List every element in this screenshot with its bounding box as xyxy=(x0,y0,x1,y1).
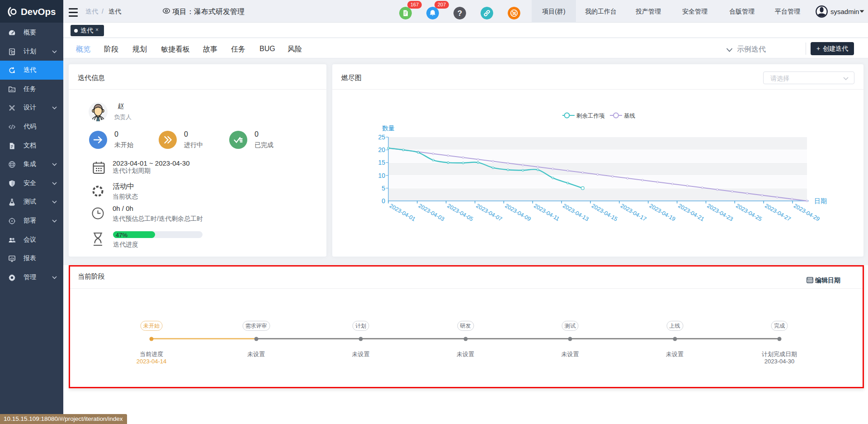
svg-text:日期: 日期 xyxy=(814,197,827,205)
svg-text:2023-04-23: 2023-04-23 xyxy=(706,202,734,222)
svg-text:2023-04-29: 2023-04-29 xyxy=(793,202,821,222)
svg-text:基线: 基线 xyxy=(624,113,635,119)
svg-text:25: 25 xyxy=(378,133,385,141)
svg-text:5: 5 xyxy=(382,185,385,192)
svg-text:20: 20 xyxy=(378,146,385,153)
svg-text:2023-04-05: 2023-04-05 xyxy=(446,202,474,222)
svg-text:剩余工作项: 剩余工作项 xyxy=(576,113,605,119)
svg-text:2023-04-19: 2023-04-19 xyxy=(648,202,676,222)
svg-text:2023-04-21: 2023-04-21 xyxy=(677,202,705,222)
svg-text:2023-04-07: 2023-04-07 xyxy=(475,202,503,222)
svg-text:10: 10 xyxy=(378,172,385,179)
svg-text:2023-04-01: 2023-04-01 xyxy=(388,202,416,222)
svg-text:2023-04-13: 2023-04-13 xyxy=(561,202,590,222)
svg-text:2023-04-25: 2023-04-25 xyxy=(735,202,763,222)
svg-text:2023-04-11: 2023-04-11 xyxy=(533,202,561,222)
svg-text:2023-04-27: 2023-04-27 xyxy=(764,202,792,222)
svg-text:2023-04-15: 2023-04-15 xyxy=(590,202,618,222)
svg-text:2023-04-03: 2023-04-03 xyxy=(417,202,445,222)
svg-text:2023-04-17: 2023-04-17 xyxy=(619,202,647,222)
svg-text:15: 15 xyxy=(378,159,385,166)
svg-text:?: ? xyxy=(458,9,462,18)
svg-text:数量: 数量 xyxy=(382,124,395,132)
svg-text:0: 0 xyxy=(382,197,385,205)
svg-text:2023-04-09: 2023-04-09 xyxy=(504,202,532,222)
